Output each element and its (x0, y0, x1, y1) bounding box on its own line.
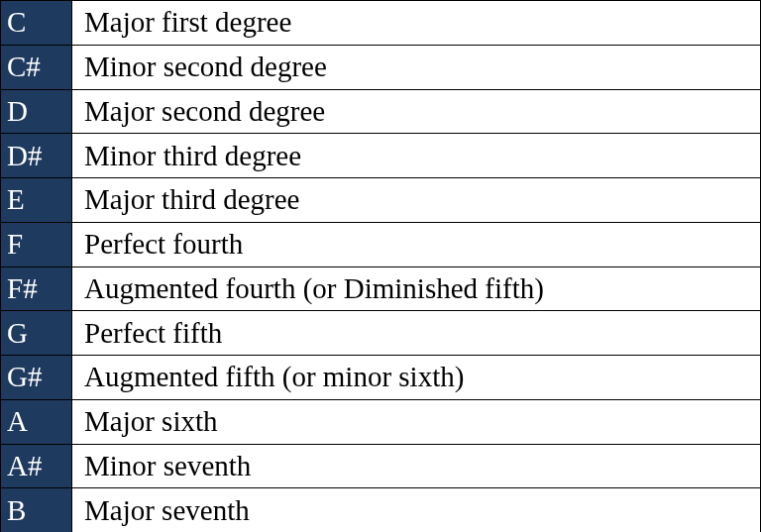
note-cell: F (1, 222, 72, 266)
note-cell: G# (1, 356, 72, 400)
note-cell: E (1, 178, 72, 223)
degree-cell: Perfect fourth (72, 222, 761, 266)
table-row: C Major first degree (1, 1, 761, 46)
note-cell: F# (1, 266, 72, 311)
table-row: B Major seventh (1, 488, 761, 532)
table-row: F Perfect fourth (1, 222, 761, 266)
degree-cell: Major first degree (72, 1, 761, 46)
note-cell: D (1, 89, 72, 134)
table-row: E Major third degree (1, 178, 761, 223)
note-cell: C# (1, 45, 72, 89)
table-row: G# Augmented fifth (or minor sixth) (1, 356, 761, 400)
degree-cell: Minor seventh (72, 444, 761, 488)
table-row: A Major sixth (1, 399, 761, 444)
table-row: C# Minor second degree (1, 45, 761, 89)
degree-cell: Major seventh (72, 488, 761, 532)
note-cell: A (1, 399, 72, 444)
table-row: F# Augmented fourth (or Diminished fifth… (1, 266, 761, 311)
degree-cell: Perfect fifth (72, 311, 761, 356)
note-cell: D# (1, 134, 72, 178)
note-cell: B (1, 488, 72, 532)
note-cell: A# (1, 444, 72, 488)
degree-cell: Major third degree (72, 178, 761, 223)
degree-cell: Minor third degree (72, 134, 761, 178)
table-row: G Perfect fifth (1, 311, 761, 356)
note-cell: G (1, 311, 72, 356)
degree-cell: Augmented fourth (or Diminished fifth) (72, 266, 761, 311)
degree-cell: Minor second degree (72, 45, 761, 89)
degree-cell: Augmented fifth (or minor sixth) (72, 356, 761, 400)
degree-cell: Major sixth (72, 399, 761, 444)
interval-degree-table: C Major first degree C# Minor second deg… (0, 0, 761, 532)
table-row: A# Minor seventh (1, 444, 761, 488)
table-row: D Major second degree (1, 89, 761, 134)
note-cell: C (1, 1, 72, 46)
table-row: D# Minor third degree (1, 134, 761, 178)
degree-cell: Major second degree (72, 89, 761, 134)
